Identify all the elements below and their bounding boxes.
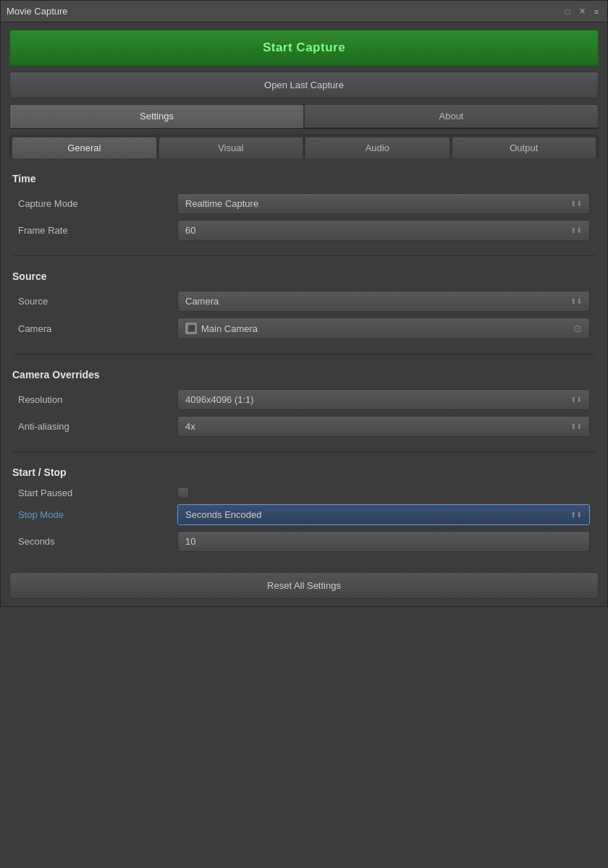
minimize-button[interactable]: □ <box>562 7 573 17</box>
seconds-label: Seconds <box>18 536 177 547</box>
start-paused-label: Start Paused <box>18 488 177 498</box>
stop-mode-label: Stop Mode <box>18 509 177 520</box>
reset-all-settings-button[interactable]: Reset All Settings <box>9 572 599 599</box>
source-section: Source Source Camera ⬆⬇ Camera ⬛ Main Ca… <box>12 271 596 339</box>
source-section-title: Source <box>12 271 596 282</box>
main-content: Start Capture Open Last Capture Settings… <box>1 22 607 606</box>
movie-capture-window: Movie Capture □ ✕ ≡ Start Capture Open L… <box>0 0 608 607</box>
source-label: Source <box>18 296 177 307</box>
camera-overrides-title: Camera Overrides <box>12 369 596 380</box>
start-paused-row: Start Paused <box>12 487 596 498</box>
sub-tab-output[interactable]: Output <box>452 137 597 158</box>
resolution-value: 4096x4096 (1:1) <box>185 394 254 405</box>
camera-row: Camera ⬛ Main Camera ⊙ <box>12 318 596 339</box>
resolution-label: Resolution <box>18 394 177 405</box>
camera-object-icon: ⬛ <box>185 323 197 334</box>
sub-tab-audio[interactable]: Audio <box>305 137 450 158</box>
title-bar-title: Movie Capture <box>7 6 68 17</box>
stop-mode-select[interactable]: Seconds Encoded ⬆⬇ <box>177 504 590 525</box>
seconds-input[interactable]: 10 <box>177 531 590 552</box>
close-button[interactable]: ✕ <box>577 7 587 17</box>
tab-settings[interactable]: Settings <box>9 104 304 128</box>
stop-mode-arrow: ⬆⬇ <box>570 511 582 519</box>
start-paused-checkbox[interactable] <box>177 487 189 498</box>
time-section-title: Time <box>12 173 596 184</box>
frame-rate-row: Frame Rate 60 ⬆⬇ <box>12 220 596 241</box>
sub-tab-general[interactable]: General <box>12 137 157 158</box>
frame-rate-select[interactable]: 60 ⬆⬇ <box>177 220 590 241</box>
camera-inner: ⬛ Main Camera <box>185 323 258 334</box>
title-bar: Movie Capture □ ✕ ≡ <box>1 1 607 22</box>
capture-mode-row: Capture Mode Realtime Capture ⬆⬇ <box>12 193 596 214</box>
capture-mode-select[interactable]: Realtime Capture ⬆⬇ <box>177 193 590 214</box>
time-section: Time Capture Mode Realtime Capture ⬆⬇ Fr… <box>12 173 596 241</box>
menu-button[interactable]: ≡ <box>591 7 601 17</box>
resolution-arrow: ⬆⬇ <box>570 396 582 404</box>
title-bar-controls: □ ✕ ≡ <box>562 7 601 17</box>
source-arrow: ⬆⬇ <box>570 297 582 305</box>
camera-value: Main Camera <box>201 323 258 334</box>
source-row: Source Camera ⬆⬇ <box>12 291 596 312</box>
anti-aliasing-select[interactable]: 4x ⬆⬇ <box>177 416 590 437</box>
tab-about[interactable]: About <box>304 104 599 128</box>
camera-label: Camera <box>18 323 177 334</box>
camera-field[interactable]: ⬛ Main Camera ⊙ <box>177 318 590 339</box>
start-stop-section: Start / Stop Start Paused Stop Mode Seco… <box>12 467 596 552</box>
frame-rate-label: Frame Rate <box>18 225 177 236</box>
resolution-row: Resolution 4096x4096 (1:1) ⬆⬇ <box>12 389 596 410</box>
capture-mode-label: Capture Mode <box>18 198 177 209</box>
divider-1 <box>12 255 596 256</box>
divider-3 <box>12 451 596 452</box>
divider-2 <box>12 354 596 354</box>
source-value: Camera <box>185 296 219 307</box>
stop-mode-row: Stop Mode Seconds Encoded ⬆⬇ <box>12 504 596 525</box>
frame-rate-value: 60 <box>185 225 195 236</box>
start-capture-button[interactable]: Start Capture <box>9 30 599 66</box>
anti-aliasing-label: Anti-aliasing <box>18 421 177 432</box>
seconds-value: 10 <box>185 536 195 547</box>
camera-overrides-section: Camera Overrides Resolution 4096x4096 (1… <box>12 369 596 437</box>
resolution-select[interactable]: 4096x4096 (1:1) ⬆⬇ <box>177 389 590 410</box>
main-tabs: Settings About <box>9 104 599 129</box>
open-last-capture-button[interactable]: Open Last Capture <box>9 72 599 98</box>
stop-mode-value: Seconds Encoded <box>185 509 262 520</box>
sub-tabs: General Visual Audio Output <box>9 135 599 158</box>
title-bar-left: Movie Capture <box>7 6 68 17</box>
sub-tab-visual[interactable]: Visual <box>159 137 304 158</box>
start-stop-title: Start / Stop <box>12 467 596 478</box>
seconds-row: Seconds 10 <box>12 531 596 552</box>
frame-rate-arrow: ⬆⬇ <box>570 226 582 234</box>
source-select[interactable]: Camera ⬆⬇ <box>177 291 590 312</box>
capture-mode-value: Realtime Capture <box>185 198 258 209</box>
anti-aliasing-row: Anti-aliasing 4x ⬆⬇ <box>12 416 596 437</box>
anti-aliasing-value: 4x <box>185 421 195 432</box>
settings-panel: Time Capture Mode Realtime Capture ⬆⬇ Fr… <box>9 164 599 561</box>
target-icon: ⊙ <box>573 323 582 334</box>
anti-aliasing-arrow: ⬆⬇ <box>570 422 582 430</box>
capture-mode-arrow: ⬆⬇ <box>570 200 582 208</box>
